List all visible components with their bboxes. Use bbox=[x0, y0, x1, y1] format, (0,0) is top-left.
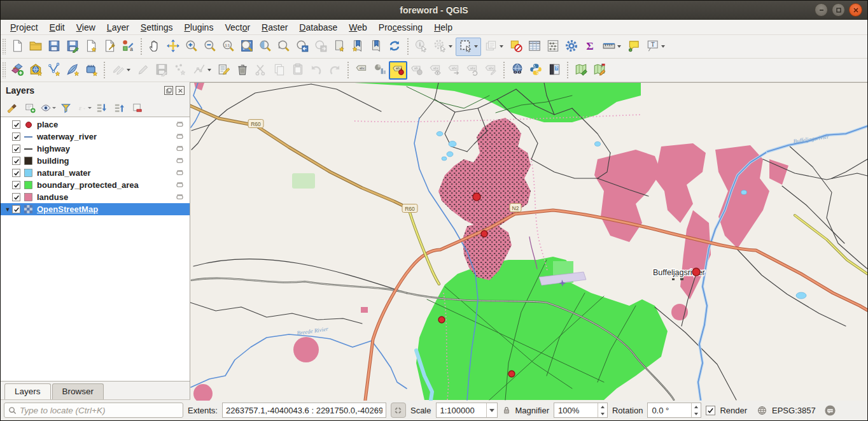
show-hide-labels-button[interactable]: abc bbox=[426, 61, 444, 80]
layer-item-waterway_river[interactable]: waterway_river bbox=[1, 131, 190, 143]
add-group-button[interactable] bbox=[22, 100, 38, 115]
show-bookmarks-button[interactable] bbox=[348, 38, 367, 56]
refresh-map-button[interactable] bbox=[385, 38, 403, 56]
map-tips-button[interactable] bbox=[624, 38, 643, 56]
menu-database[interactable]: Database bbox=[293, 21, 343, 34]
messages-icon[interactable] bbox=[824, 404, 836, 417]
measure-line-button[interactable] bbox=[599, 38, 624, 56]
menu-project[interactable]: Project bbox=[4, 21, 44, 34]
plugin-map-b-button[interactable] bbox=[590, 61, 608, 80]
field-calculator-button[interactable] bbox=[543, 38, 562, 56]
new-geopackage-layer-button[interactable] bbox=[26, 61, 45, 80]
menu-web[interactable]: Web bbox=[343, 21, 373, 34]
layer-item-natural_water[interactable]: natural_water bbox=[1, 167, 190, 179]
layer-visibility-checkbox[interactable] bbox=[12, 157, 20, 165]
cut-features-button[interactable] bbox=[251, 61, 270, 80]
new-shapefile-layer-button[interactable] bbox=[45, 61, 63, 80]
zoom-next-button[interactable] bbox=[311, 38, 330, 56]
close-button[interactable] bbox=[849, 3, 862, 17]
modify-attributes-selected-button[interactable] bbox=[214, 61, 233, 80]
magnifier-spinbox[interactable]: 100% bbox=[554, 403, 608, 418]
magnifier-up-icon[interactable] bbox=[598, 403, 607, 410]
save-project-as-button[interactable] bbox=[63, 38, 81, 56]
toggle-editing-button[interactable] bbox=[134, 61, 152, 80]
pan-map-button[interactable] bbox=[145, 38, 164, 56]
dropdown-arrow-icon[interactable] bbox=[449, 45, 452, 48]
digitize-with-segment-button[interactable] bbox=[171, 61, 189, 80]
layer-visibility-checkbox[interactable] bbox=[12, 145, 20, 153]
dropdown-arrow-icon[interactable] bbox=[474, 45, 478, 48]
python-console-button[interactable] bbox=[526, 61, 545, 80]
rotation-down-icon[interactable] bbox=[692, 410, 701, 417]
save-layer-edits-button[interactable] bbox=[152, 61, 171, 80]
current-edits-button[interactable] bbox=[108, 61, 134, 80]
locator-bar[interactable] bbox=[4, 403, 183, 418]
dropdown-arrow-icon[interactable] bbox=[500, 45, 503, 48]
select-features-button[interactable] bbox=[456, 38, 481, 56]
extent-recalc-icon[interactable] bbox=[391, 403, 406, 418]
lock-scale-icon[interactable] bbox=[502, 405, 511, 415]
layer-item-place[interactable]: place bbox=[1, 118, 190, 131]
highlight-pinned-labels-button[interactable]: ab bbox=[407, 61, 426, 80]
zoom-full-button[interactable] bbox=[237, 38, 256, 56]
toolbar-handle[interactable] bbox=[2, 62, 6, 78]
paste-features-button[interactable] bbox=[288, 61, 307, 80]
open-attribute-table-button[interactable] bbox=[525, 38, 543, 56]
layer-visibility-checkbox[interactable] bbox=[12, 193, 20, 201]
zoom-to-layer-button[interactable] bbox=[274, 38, 293, 56]
menu-edit[interactable]: Edit bbox=[44, 21, 71, 34]
open-project-button[interactable] bbox=[26, 38, 45, 56]
layer-visibility-checkbox[interactable] bbox=[12, 205, 20, 213]
layer-item-building[interactable]: building bbox=[1, 155, 190, 167]
delete-selected-button[interactable] bbox=[233, 61, 251, 80]
collapse-all-button[interactable] bbox=[111, 100, 127, 115]
zoom-in-button[interactable] bbox=[182, 38, 200, 56]
minimize-button[interactable] bbox=[815, 3, 828, 17]
panel-close-icon[interactable] bbox=[176, 86, 185, 95]
new-spatialite-layer-button[interactable] bbox=[63, 61, 81, 80]
toolbar-handle[interactable] bbox=[2, 38, 6, 55]
magnifier-down-icon[interactable] bbox=[598, 410, 607, 417]
layer-visibility-checkbox[interactable] bbox=[12, 132, 20, 141]
extents-value[interactable] bbox=[222, 403, 386, 418]
filter-legend-button[interactable] bbox=[58, 100, 74, 115]
zoom-native-button[interactable]: 1:1 bbox=[219, 38, 237, 56]
run-feature-action-button[interactable] bbox=[430, 38, 456, 56]
zoom-last-button[interactable] bbox=[293, 38, 311, 56]
menu-plugins[interactable]: Plugins bbox=[178, 21, 219, 34]
identify-features-button[interactable]: i bbox=[412, 38, 430, 56]
style-manager-button[interactable]: a bbox=[118, 38, 137, 56]
tab-browser[interactable]: Browser bbox=[52, 383, 104, 399]
metasearch-button[interactable] bbox=[508, 61, 526, 80]
show-statistics-button[interactable]: Σ bbox=[580, 38, 599, 56]
layer-item-openstreetmap[interactable]: ▼OpenStreetMap bbox=[1, 203, 190, 215]
rotate-label-button[interactable]: abc bbox=[463, 61, 481, 80]
new-virtual-layer-button[interactable] bbox=[81, 61, 100, 80]
dropdown-arrow-icon[interactable] bbox=[617, 45, 621, 48]
menu-help[interactable]: Help bbox=[428, 21, 458, 34]
dropdown-arrow-icon[interactable] bbox=[661, 45, 665, 48]
menu-settings[interactable]: Settings bbox=[135, 21, 179, 34]
expand-all-button[interactable] bbox=[94, 100, 109, 115]
maximize-button[interactable] bbox=[832, 3, 845, 17]
layer-visibility-checkbox[interactable] bbox=[12, 169, 20, 177]
zoom-out-button[interactable] bbox=[200, 38, 219, 56]
redo-button[interactable] bbox=[325, 61, 344, 80]
vertex-tool-button[interactable] bbox=[189, 61, 214, 80]
menu-processing[interactable]: Processing bbox=[373, 21, 428, 34]
help-contents-button[interactable]: ? bbox=[545, 61, 563, 80]
open-layer-styling-button[interactable] bbox=[4, 100, 20, 115]
layer-item-highway[interactable]: highway bbox=[1, 143, 190, 155]
undo-button[interactable] bbox=[307, 61, 325, 80]
rotation-up-icon[interactable] bbox=[692, 403, 701, 410]
panel-float-icon[interactable] bbox=[164, 86, 173, 95]
scale-combo[interactable]: 1:100000 bbox=[436, 403, 498, 418]
layer-diagram-options-button[interactable] bbox=[370, 61, 389, 80]
menu-view[interactable]: View bbox=[71, 21, 101, 34]
new-bookmark-button[interactable] bbox=[330, 38, 348, 56]
copy-features-button[interactable] bbox=[270, 61, 288, 80]
pin-unpin-labels-button[interactable]: ab bbox=[389, 61, 407, 80]
layer-item-landuse[interactable]: landuse bbox=[1, 191, 190, 203]
select-by-form-button[interactable] bbox=[481, 38, 507, 56]
crs-globe-icon[interactable] bbox=[757, 405, 767, 416]
